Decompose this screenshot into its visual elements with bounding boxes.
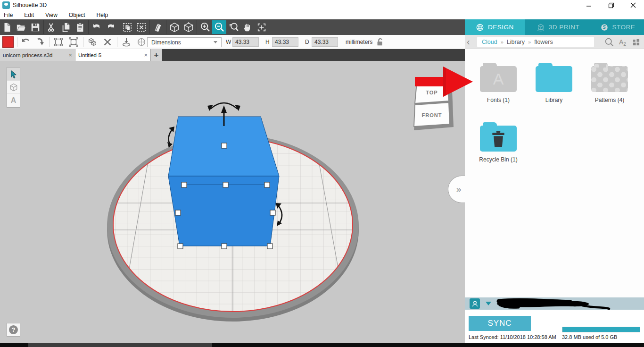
minimize-button[interactable]	[581, 0, 597, 10]
restore-button[interactable]	[603, 0, 619, 10]
back-button[interactable]: ‹	[467, 37, 476, 47]
view-mode-button[interactable]	[633, 39, 640, 48]
paste-button[interactable]	[73, 20, 87, 34]
tab-unicorn-princess[interactable]: unicorn princess.s3d ×	[0, 49, 75, 61]
taskbar[interactable]	[0, 343, 644, 347]
props-separator	[117, 37, 117, 47]
unlock-icon	[375, 37, 385, 47]
scale-arrows-button[interactable]	[67, 36, 80, 48]
rotate-left-button[interactable]	[19, 36, 32, 48]
tab-untitled-5[interactable]: Untitled-5 ×	[75, 49, 151, 61]
account-button[interactable]	[470, 298, 480, 309]
save-button[interactable]	[28, 20, 42, 34]
sort-button[interactable]: Az	[619, 38, 626, 47]
tab-store-label: STORE	[612, 24, 636, 31]
folder-library[interactable]: Library	[526, 61, 582, 103]
zoom-in-icon	[200, 22, 211, 33]
breadcrumb-cloud[interactable]: Cloud	[482, 39, 497, 45]
panel-scrollbar[interactable]	[640, 49, 640, 297]
lock-aspect-button[interactable]	[373, 36, 387, 48]
center-view-button[interactable]	[255, 20, 269, 34]
cut-scissors-icon	[47, 22, 57, 33]
props-separator	[49, 37, 50, 47]
search-icon	[604, 37, 614, 47]
tab-design-label: DESIGN	[488, 24, 514, 31]
group-cubes-icon	[87, 37, 98, 47]
mirror-button[interactable]	[151, 20, 165, 34]
menu-object[interactable]: Object	[63, 12, 91, 18]
menu-edit[interactable]: Edit	[18, 12, 40, 18]
chevron-down-icon	[214, 41, 217, 43]
dimensions-dropdown-value: Dimensions	[151, 39, 181, 46]
tab-close-icon[interactable]: ×	[144, 51, 148, 59]
depth-field[interactable]: 43.33	[312, 37, 338, 47]
rotate-right-button[interactable]	[34, 36, 47, 48]
viewport-3d[interactable]: TOP FRONT A ? »	[0, 61, 465, 343]
chevron-right-icon: »	[454, 184, 460, 195]
tab-close-icon[interactable]: ×	[68, 51, 72, 59]
deselect-icon	[136, 22, 147, 33]
text-tool[interactable]: A	[7, 94, 20, 107]
shapes-tool[interactable]	[7, 81, 20, 94]
group-button[interactable]	[86, 36, 99, 48]
menu-help[interactable]: Help	[91, 12, 114, 18]
wireframe-view-button[interactable]	[182, 20, 196, 34]
tab-3d-print[interactable]: 3D PRINT	[525, 19, 591, 35]
folder-patterns[interactable]: Patterns (4)	[582, 61, 637, 103]
new-tab-button[interactable]: +	[151, 49, 162, 61]
scale-box-icon	[53, 37, 64, 47]
letter-a-glyph: A	[480, 70, 517, 88]
menu-view[interactable]: View	[40, 12, 63, 18]
undo-button[interactable]	[90, 20, 104, 34]
help-button[interactable]: ?	[7, 323, 20, 337]
cube-tool-icon	[9, 83, 18, 92]
toolbar-separator	[119, 20, 119, 34]
delete-button[interactable]	[101, 36, 114, 48]
cube-wireframe-icon	[183, 22, 194, 33]
center-view-icon	[256, 22, 267, 33]
menu-bar: File Edit View Object Help	[0, 10, 644, 19]
breadcrumb-library[interactable]: Library	[507, 39, 525, 45]
new-file-button[interactable]	[0, 20, 14, 34]
folder-fonts[interactable]: A Fonts (1)	[471, 61, 526, 103]
drop-to-platform-button[interactable]	[120, 36, 133, 48]
search-button[interactable]	[604, 37, 614, 49]
zoom-out-button[interactable]	[212, 20, 226, 34]
color-swatch[interactable]	[2, 36, 14, 48]
text-tool-icon: A	[11, 96, 17, 105]
height-field[interactable]: 43.33	[272, 37, 298, 47]
store-logo-icon	[600, 23, 609, 32]
zoom-in-button[interactable]	[198, 20, 212, 34]
tab-design[interactable]: DESIGN	[465, 19, 525, 35]
redo-button[interactable]	[104, 20, 118, 34]
dimensions-dropdown[interactable]: Dimensions	[147, 37, 222, 47]
solid-view-button[interactable]	[167, 20, 182, 34]
user-icon	[471, 300, 479, 307]
center-on-platform-button[interactable]	[135, 36, 148, 48]
width-label: W	[226, 39, 231, 45]
open-file-button[interactable]	[14, 20, 28, 34]
deselect-button[interactable]	[134, 20, 149, 34]
select-tool[interactable]	[7, 68, 20, 81]
zoom-to-drawing-button[interactable]	[226, 20, 240, 34]
folder-recycle-bin[interactable]: Recycle Bin (1)	[471, 121, 526, 163]
folder-label: Recycle Bin (1)	[471, 156, 526, 163]
scale-arrows-icon	[68, 37, 79, 47]
breadcrumb: Cloud » Library » flowers	[477, 37, 594, 47]
tab-store[interactable]: STORE	[591, 19, 644, 35]
zoom-drawing-icon	[228, 22, 239, 33]
taskbar-app-segment[interactable]	[28, 343, 212, 347]
menu-file[interactable]: File	[0, 12, 18, 18]
scale-handles-button[interactable]	[52, 36, 65, 48]
model-cube[interactable]	[168, 117, 279, 246]
sync-button[interactable]: SYNC	[469, 316, 531, 331]
width-field[interactable]: 43.33	[232, 37, 259, 47]
pan-button[interactable]	[240, 20, 255, 34]
close-button[interactable]	[625, 0, 641, 10]
cut-button[interactable]	[45, 20, 59, 34]
document-tab-bar: unicorn princess.s3d × Untitled-5 × +	[0, 49, 465, 61]
breadcrumb-flowers[interactable]: flowers	[534, 39, 553, 45]
copy-button[interactable]	[59, 20, 73, 34]
close-icon	[630, 2, 636, 8]
select-all-button[interactable]	[120, 20, 134, 34]
